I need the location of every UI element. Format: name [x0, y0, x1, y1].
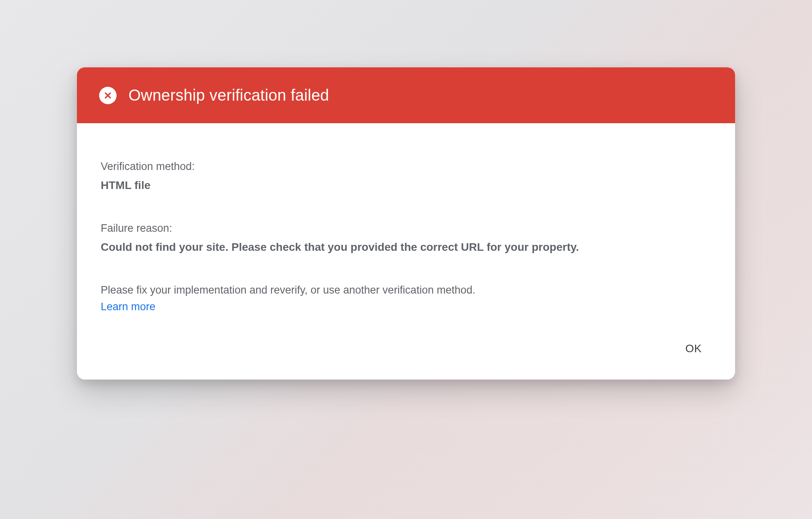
- verification-method-label: Verification method:: [101, 159, 711, 174]
- failure-reason-section: Failure reason: Could not find your site…: [101, 221, 711, 256]
- help-text: Please fix your implementation and rever…: [101, 282, 711, 298]
- dialog-body: Verification method: HTML file Failure r…: [77, 123, 735, 329]
- dialog-header: Ownership verification failed: [77, 67, 735, 123]
- dialog-footer: OK: [77, 329, 735, 380]
- learn-more-link[interactable]: Learn more: [101, 301, 155, 313]
- ok-button[interactable]: OK: [676, 337, 711, 361]
- dialog-title: Ownership verification failed: [128, 86, 329, 104]
- error-icon: [99, 87, 117, 104]
- failure-reason-label: Failure reason:: [101, 221, 711, 236]
- verification-failed-dialog: Ownership verification failed Verificati…: [77, 67, 735, 380]
- verification-method-section: Verification method: HTML file: [101, 159, 711, 194]
- verification-method-value: HTML file: [101, 177, 711, 194]
- help-section: Please fix your implementation and rever…: [101, 282, 711, 313]
- failure-reason-value: Could not find your site. Please check t…: [101, 239, 711, 256]
